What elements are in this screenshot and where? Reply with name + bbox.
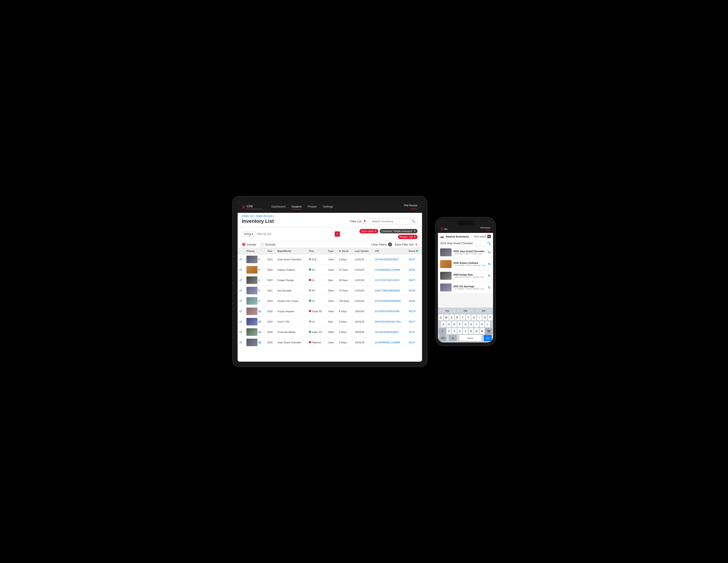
kb-bottom-row: 123 ☺ space Go — [438, 335, 493, 341]
nav-people[interactable]: People — [308, 205, 317, 209]
add-filter-button[interactable]: + — [335, 231, 340, 237]
row-last-update: 11/01/20 — [353, 265, 373, 275]
row-stock-id[interactable]: 35477 — [407, 275, 422, 286]
kb-e[interactable]: E — [449, 315, 454, 321]
search-box[interactable]: 🔍 — [369, 218, 418, 224]
phone-result-action-icon[interactable]: ↻ — [488, 262, 491, 266]
row-stock-id[interactable]: 35277 — [407, 317, 422, 327]
phone-search-title-row: 🚗 Search Inventory — [440, 235, 469, 238]
include-radio[interactable] — [242, 242, 246, 246]
phone-result-item[interactable]: 2020 Subaru Outback ...CU118980 | 35331 … — [438, 258, 493, 270]
kb-v[interactable]: V — [463, 328, 468, 334]
save-filter-button[interactable]: Save Filter Set ▼ — [395, 243, 418, 246]
search-input[interactable] — [372, 220, 411, 223]
exclude-option[interactable]: Exclude — [261, 242, 276, 246]
kb-123[interactable]: 123 — [439, 335, 446, 341]
row-sync[interactable]: ↺ — [238, 254, 245, 265]
kb-p[interactable]: P — [488, 315, 493, 321]
kb-u[interactable]: U — [471, 315, 476, 321]
kb-n[interactable]: N — [474, 328, 479, 334]
nav-dashboard[interactable]: Dashboard — [271, 205, 285, 209]
row-sync[interactable]: ↺ — [238, 337, 245, 348]
row-vin[interactable]: 1G1YF2D7XE5119973 — [373, 275, 407, 286]
filter-tag-photos-remove[interactable]: ✕ — [414, 235, 416, 238]
phone-result-action-icon[interactable]: ↻ — [488, 274, 491, 278]
include-option[interactable]: Include — [242, 242, 256, 246]
row-vin[interactable]: 1HGCT2B82DA005852 — [373, 286, 407, 296]
kb-d[interactable]: D — [452, 321, 457, 328]
string-type-select[interactable]: String ▾ — [242, 231, 255, 237]
kb-l[interactable]: L — [485, 321, 490, 328]
phone-result-action-icon[interactable]: ↻ — [488, 250, 491, 254]
row-trim: LE — [307, 275, 326, 286]
row-vin[interactable]: 1D7HA16D95J528627 — [373, 254, 407, 265]
kb-suggestion-1[interactable]: the — [438, 309, 456, 313]
row-vin[interactable]: 2C3CDXBG6DH609992 — [373, 296, 407, 306]
row-sync[interactable]: ↺ — [238, 327, 245, 337]
kb-y[interactable]: Y — [466, 315, 471, 321]
kb-o[interactable]: O — [482, 315, 487, 321]
row-stock-id[interactable]: 35331 — [407, 265, 422, 275]
kb-i[interactable]: I — [477, 315, 482, 321]
phone-logout[interactable]: Logout — [485, 229, 490, 231]
row-sync[interactable]: ↺ — [238, 275, 245, 286]
row-sync[interactable]: ↺ — [238, 286, 245, 296]
kb-s[interactable]: S — [447, 321, 451, 328]
row-make-model: Honda Civic Coupe — [276, 296, 307, 306]
kb-b[interactable]: B — [469, 328, 473, 334]
kb-r[interactable]: R — [455, 315, 460, 321]
nav-logout[interactable]: Logout — [410, 207, 418, 210]
kb-c[interactable]: C — [458, 328, 462, 334]
kb-go[interactable]: Go — [484, 335, 492, 341]
clear-filters-button[interactable]: Clear Filters − — [371, 242, 392, 246]
row-sync[interactable]: ↺ — [238, 306, 245, 317]
phone-result-info: 2020 Subaru Outback ...CU118980 | 35331 … — [453, 261, 486, 266]
kb-delete[interactable]: ⌫ — [485, 328, 492, 334]
nav-dealers[interactable]: Dealers — [292, 205, 302, 209]
kb-f[interactable]: F — [458, 321, 462, 328]
kb-shift[interactable]: ⇧ — [439, 328, 446, 334]
kb-emoji[interactable]: ☺ — [449, 335, 457, 341]
row-sync[interactable]: ↺ — [238, 296, 245, 306]
row-vin[interactable]: 1G1RH6E46CU118980 — [373, 265, 407, 275]
phone-result-action-icon[interactable]: ↻ — [488, 286, 491, 290]
row-sync[interactable]: ↺ — [238, 265, 245, 275]
kb-suggestion-2[interactable]: the — [456, 309, 475, 313]
kb-h[interactable]: H — [469, 321, 473, 328]
kb-suggestion-3[interactable]: the — [475, 309, 493, 313]
kb-t[interactable]: T — [460, 315, 465, 321]
filter-list-button[interactable]: Filter List ▼ — [350, 219, 366, 223]
phone-result-item[interactable]: 2021 Kia Sportage ...DA005852 | 35154 | … — [438, 282, 493, 294]
kb-z[interactable]: Z — [447, 328, 451, 334]
filter-text-input[interactable] — [257, 232, 333, 235]
row-vin[interactable]: 2HNYD2H3XDH517464 — [373, 317, 407, 327]
row-vin[interactable]: 2G1FB3D31D9191099 — [373, 306, 407, 317]
phone-search-input[interactable] — [440, 242, 487, 245]
kb-k[interactable]: K — [480, 321, 484, 328]
row-vin[interactable]: 1G1RH6E46CU118980 — [373, 337, 407, 348]
row-stock-id[interactable]: 33542 — [407, 296, 422, 306]
kb-a[interactable]: A — [441, 321, 446, 328]
kb-w[interactable]: W — [444, 315, 449, 321]
nav-settings[interactable]: Settings — [323, 205, 333, 209]
phone-result-item[interactable]: 2018 Jeep Grand Cherokee ...5J528627 | 3… — [438, 246, 493, 258]
save-icon: ▼ — [415, 243, 418, 246]
kb-space[interactable]: space — [459, 335, 481, 341]
kb-g[interactable]: G — [463, 321, 468, 328]
row-stock-id[interactable]: 35154 — [407, 286, 422, 296]
kb-x[interactable]: X — [452, 328, 457, 334]
row-sync[interactable]: ↺ — [238, 317, 245, 327]
row-stock-id[interactable]: 35127 — [407, 254, 422, 265]
row-stock-id[interactable]: 34737 — [407, 327, 422, 337]
phone-result-item[interactable]: 2005 Dodge Ram ...E5119973 | 35477 | Rep… — [438, 270, 493, 282]
kb-q[interactable]: Q — [438, 315, 443, 321]
filter-tag-type-remove[interactable]: ✕ — [374, 229, 377, 233]
exclude-radio[interactable] — [261, 242, 264, 246]
kb-m[interactable]: M — [480, 328, 484, 334]
filter-tag-comment-remove[interactable]: ✕ — [414, 229, 416, 233]
row-vin[interactable]: 1D7HA16D95J528627 — [373, 327, 407, 337]
row-stock-id[interactable]: 35127 — [407, 337, 422, 348]
close-search-button[interactable]: Close search ✕ — [474, 235, 491, 238]
kb-j[interactable]: J — [474, 321, 479, 328]
row-stock-id[interactable]: 35278 — [407, 306, 422, 317]
